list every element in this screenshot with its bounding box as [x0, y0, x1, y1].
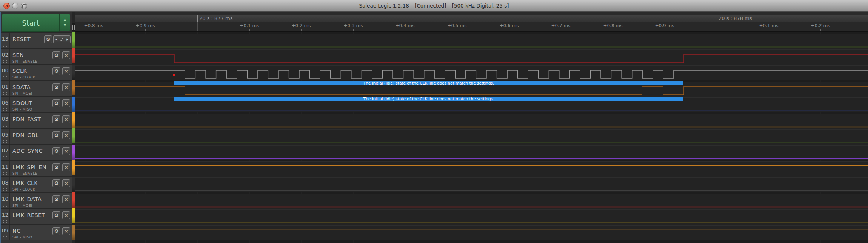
channel-settings-button[interactable]: ⚙	[52, 99, 60, 107]
channel-settings-button[interactable]: ⚙	[52, 179, 60, 187]
channel-settings-button[interactable]: ⚙	[52, 115, 60, 123]
close-button[interactable]: ×	[3, 3, 10, 9]
waveform-row[interactable]	[75, 144, 868, 160]
channel-color-column	[72, 12, 75, 243]
remove-channel-button[interactable]: ×	[62, 131, 70, 139]
waveform-row[interactable]: The initial (idle) state of the CLK line…	[75, 96, 868, 112]
waveform-area[interactable]: The initial (idle) state of the CLK line…	[75, 32, 868, 243]
tick-label: +0.9 ms	[128, 23, 163, 28]
channel-row[interactable]: 12LMK_RESET⚙×	[1, 208, 72, 224]
channel-row[interactable]: 09NCSPI - MISO⚙×	[1, 224, 72, 240]
timeline-grip[interactable]	[72, 23, 75, 31]
maximize-button[interactable]	[21, 3, 27, 9]
tick-label: +0.9 ms	[647, 23, 682, 28]
channel-analyzer-sublabel: SPI - ENABLE	[12, 171, 37, 175]
channel-settings-button[interactable]: ⚙	[52, 67, 60, 75]
channel-row[interactable]: 05PDN_GBL⚙×	[1, 128, 72, 144]
channel-color-strip	[72, 145, 75, 160]
drag-handle-icon[interactable]	[3, 108, 9, 111]
remove-channel-button[interactable]: ×	[62, 179, 70, 187]
channel-row[interactable]: 07ADC_SYNC⚙×	[1, 144, 72, 160]
channel-analyzer-sublabel: SPI - CLOCK	[12, 187, 35, 191]
drag-handle-icon[interactable]	[3, 220, 9, 223]
channel-color-strip	[72, 65, 75, 80]
drag-handle-icon[interactable]	[3, 140, 9, 143]
channel-settings-button[interactable]: ⚙	[52, 131, 60, 139]
waveform-row[interactable]	[75, 48, 868, 65]
waveform-row[interactable]	[75, 224, 868, 240]
waveform-row[interactable]	[75, 160, 868, 177]
minimize-button[interactable]: −	[12, 3, 18, 9]
channel-settings-button[interactable]: ⚙	[52, 195, 60, 203]
channel-settings-button[interactable]: ⚙	[52, 227, 60, 235]
signal-trace	[75, 112, 868, 129]
channel-color-strip	[72, 97, 75, 112]
remove-channel-button[interactable]: ×	[62, 115, 70, 123]
waveform-row[interactable]	[75, 176, 868, 192]
start-options-buttons[interactable]: ▲ ▼	[60, 14, 70, 31]
drag-handle-icon[interactable]	[3, 156, 9, 159]
channel-row[interactable]: 02SENSPI - ENABLE⚙×	[1, 48, 72, 64]
timeline-ruler-major[interactable]: 20 s : 877 ms20 s : 878 ms	[75, 15, 868, 22]
remove-channel-button[interactable]: ×	[62, 163, 70, 171]
timeline-ruler-minor[interactable]: +0.8 ms+0.9 ms+0.1 ms+0.2 ms+0.3 ms+0.4 …	[75, 22, 868, 32]
channel-name: SDATA	[12, 84, 31, 90]
arrow-down-icon[interactable]: ▼	[64, 23, 66, 27]
channel-name: LMK_DATA	[12, 196, 42, 202]
channel-row[interactable]: 10LMK_DATASPI - MOSI⚙×	[1, 192, 72, 208]
trigger-edge-button[interactable]	[59, 36, 65, 43]
trigger-next-button[interactable]: ▶	[65, 36, 70, 43]
arrow-up-icon[interactable]: ▲	[64, 18, 66, 22]
remove-channel-button[interactable]: ×	[62, 67, 70, 75]
signal-trace	[75, 48, 868, 65]
remove-channel-button[interactable]: ×	[62, 211, 70, 219]
channel-color-strip	[72, 225, 75, 240]
drag-handle-icon[interactable]	[3, 44, 9, 47]
waveform-row[interactable]: The initial (idle) state of the CLK line…	[75, 80, 868, 97]
channel-name: SEN	[12, 52, 24, 58]
waveform-row[interactable]	[75, 112, 868, 129]
titlebar: Saleae Logic 1.2.18 – [Connected] – [500…	[0, 0, 868, 12]
remove-channel-button[interactable]: ×	[62, 99, 70, 107]
drag-handle-icon[interactable]	[3, 124, 9, 127]
drag-handle-icon[interactable]	[3, 172, 9, 175]
waveform-row[interactable]	[75, 192, 868, 209]
drag-handle-icon[interactable]	[3, 60, 9, 63]
channel-settings-button[interactable]: ⚙	[52, 83, 60, 91]
tick-label: +0.3 ms	[336, 23, 371, 28]
drag-handle-icon[interactable]	[3, 236, 9, 239]
remove-channel-button[interactable]: ×	[62, 83, 70, 91]
channel-settings-button[interactable]: ⚙	[44, 35, 52, 43]
drag-handle-icon[interactable]	[3, 204, 9, 207]
channel-color-strip	[72, 160, 75, 175]
remove-channel-button[interactable]: ×	[62, 227, 70, 235]
channel-name: LMK_CLK	[12, 180, 38, 186]
waveform-row[interactable]	[75, 64, 868, 80]
channel-color-strip	[72, 208, 75, 223]
remove-channel-button[interactable]: ×	[62, 195, 70, 203]
channel-name: SCLK	[12, 68, 27, 74]
channel-settings-button[interactable]: ⚙	[52, 211, 60, 219]
waveform-row[interactable]	[75, 32, 868, 49]
drag-handle-icon[interactable]	[3, 92, 9, 95]
channel-row[interactable]: 08LMK_CLKSPI - CLOCK⚙×	[1, 176, 72, 192]
channel-row[interactable]: 01SDATASPI - MOSI⚙×	[1, 80, 72, 96]
waveform-row[interactable]	[75, 208, 868, 225]
channel-settings-button[interactable]: ⚙	[52, 147, 60, 155]
trigger-prev-button[interactable]: ◀	[54, 36, 59, 43]
channel-row[interactable]: 13RESET⚙◀▶	[1, 32, 72, 48]
remove-channel-button[interactable]: ×	[62, 51, 70, 59]
channel-settings-button[interactable]: ⚙	[52, 51, 60, 59]
channel-settings-button[interactable]: ⚙	[52, 163, 60, 171]
channel-analyzer-sublabel: SPI - MISO	[12, 235, 32, 239]
drag-handle-icon[interactable]	[3, 76, 9, 79]
channel-row[interactable]: 11LMK_SPI_ENSPI - ENABLE⚙×	[1, 160, 72, 176]
tick-mark	[769, 29, 769, 31]
channel-row[interactable]: 03PDN_FAST⚙×	[1, 112, 72, 128]
waveform-row[interactable]	[75, 128, 868, 145]
start-button[interactable]: Start	[2, 14, 60, 32]
remove-channel-button[interactable]: ×	[62, 147, 70, 155]
drag-handle-icon[interactable]	[3, 188, 9, 191]
channel-row[interactable]: 06SDOUTSPI - MISO⚙×	[1, 96, 72, 112]
channel-row[interactable]: 00SCLKSPI - CLOCK⚙×	[1, 64, 72, 80]
